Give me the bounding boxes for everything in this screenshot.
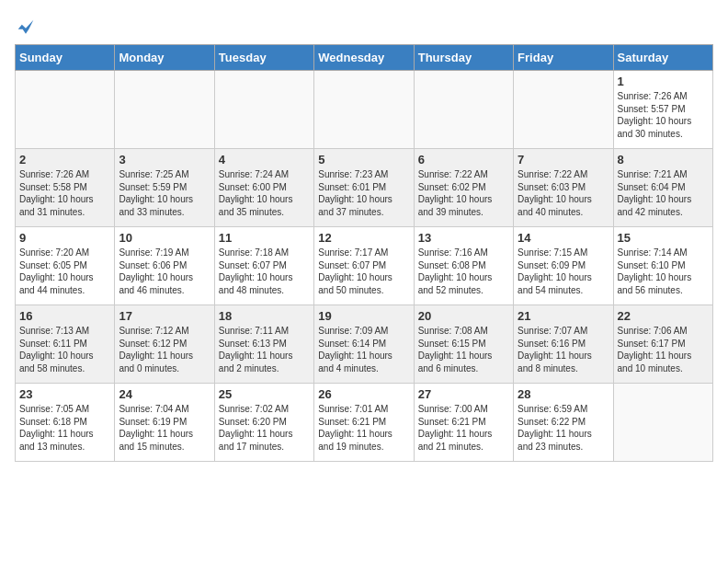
page-header <box>15 15 713 37</box>
day-number: 8 <box>618 153 709 167</box>
day-number: 21 <box>518 309 609 323</box>
calendar-table: SundayMondayTuesdayWednesdayThursdayFrid… <box>15 44 713 462</box>
day-info: Sunrise: 7:25 AM Sunset: 5:59 PM Dayligh… <box>119 168 210 218</box>
day-number: 5 <box>318 153 409 167</box>
day-number: 1 <box>618 75 709 88</box>
calendar-day-cell: 9Sunrise: 7:20 AM Sunset: 6:05 PM Daylig… <box>16 227 115 305</box>
day-number: 9 <box>19 231 110 245</box>
calendar-day-cell: 20Sunrise: 7:08 AM Sunset: 6:15 PM Dayli… <box>414 305 513 384</box>
day-info: Sunrise: 7:01 AM Sunset: 6:21 PM Dayligh… <box>318 403 409 453</box>
calendar-day-cell: 19Sunrise: 7:09 AM Sunset: 6:14 PM Dayli… <box>314 305 414 384</box>
day-number: 15 <box>618 231 709 245</box>
day-info: Sunrise: 7:22 AM Sunset: 6:03 PM Dayligh… <box>518 168 609 218</box>
day-number: 20 <box>418 309 509 323</box>
day-info: Sunrise: 7:19 AM Sunset: 6:06 PM Dayligh… <box>119 247 210 296</box>
day-number: 19 <box>318 309 409 323</box>
calendar-day-cell: 18Sunrise: 7:11 AM Sunset: 6:13 PM Dayli… <box>214 305 313 384</box>
day-info: Sunrise: 7:14 AM Sunset: 6:10 PM Dayligh… <box>618 247 709 296</box>
day-info: Sunrise: 7:12 AM Sunset: 6:12 PM Dayligh… <box>119 325 210 374</box>
calendar-day-cell: 23Sunrise: 7:05 AM Sunset: 6:18 PM Dayli… <box>16 384 115 462</box>
calendar-day-cell: 4Sunrise: 7:24 AM Sunset: 6:00 PM Daylig… <box>214 149 313 227</box>
calendar-day-cell: 7Sunrise: 7:22 AM Sunset: 6:03 PM Daylig… <box>514 149 613 227</box>
column-header-saturday: Saturday <box>613 45 712 71</box>
calendar-day-cell: 8Sunrise: 7:21 AM Sunset: 6:04 PM Daylig… <box>613 149 712 227</box>
day-info: Sunrise: 7:26 AM Sunset: 5:58 PM Dayligh… <box>19 168 110 218</box>
calendar-day-cell <box>514 71 613 149</box>
calendar-week-row: 16Sunrise: 7:13 AM Sunset: 6:11 PM Dayli… <box>16 305 713 384</box>
calendar-day-cell <box>115 71 214 149</box>
day-info: Sunrise: 7:16 AM Sunset: 6:08 PM Dayligh… <box>418 247 509 296</box>
calendar-day-cell: 10Sunrise: 7:19 AM Sunset: 6:06 PM Dayli… <box>115 227 214 305</box>
calendar-day-cell: 11Sunrise: 7:18 AM Sunset: 6:07 PM Dayli… <box>214 227 313 305</box>
calendar-week-row: 9Sunrise: 7:20 AM Sunset: 6:05 PM Daylig… <box>16 227 713 305</box>
day-number: 6 <box>418 153 509 167</box>
column-header-wednesday: Wednesday <box>314 45 414 71</box>
column-header-tuesday: Tuesday <box>214 45 313 71</box>
day-number: 3 <box>119 153 210 167</box>
day-number: 10 <box>119 231 210 245</box>
day-number: 25 <box>219 387 310 401</box>
day-number: 2 <box>19 153 110 167</box>
day-info: Sunrise: 7:20 AM Sunset: 6:05 PM Dayligh… <box>19 247 110 296</box>
day-number: 11 <box>219 231 310 245</box>
day-number: 17 <box>119 309 210 323</box>
calendar-day-cell: 12Sunrise: 7:17 AM Sunset: 6:07 PM Dayli… <box>314 227 414 305</box>
day-number: 27 <box>418 387 509 401</box>
day-number: 16 <box>19 309 110 323</box>
column-header-sunday: Sunday <box>16 45 115 71</box>
calendar-day-cell: 21Sunrise: 7:07 AM Sunset: 6:16 PM Dayli… <box>514 305 613 384</box>
calendar-day-cell <box>414 71 513 149</box>
day-info: Sunrise: 7:15 AM Sunset: 6:09 PM Dayligh… <box>518 247 609 296</box>
calendar-day-cell: 28Sunrise: 6:59 AM Sunset: 6:22 PM Dayli… <box>514 384 613 462</box>
calendar-day-cell: 3Sunrise: 7:25 AM Sunset: 5:59 PM Daylig… <box>115 149 214 227</box>
day-info: Sunrise: 7:07 AM Sunset: 6:16 PM Dayligh… <box>518 325 609 374</box>
day-number: 12 <box>318 231 409 245</box>
calendar-day-cell: 27Sunrise: 7:00 AM Sunset: 6:21 PM Dayli… <box>414 384 513 462</box>
calendar-day-cell: 1Sunrise: 7:26 AM Sunset: 5:57 PM Daylig… <box>613 71 712 149</box>
day-number: 14 <box>518 231 609 245</box>
calendar-day-cell: 6Sunrise: 7:22 AM Sunset: 6:02 PM Daylig… <box>414 149 513 227</box>
calendar-day-cell: 17Sunrise: 7:12 AM Sunset: 6:12 PM Dayli… <box>115 305 214 384</box>
calendar-week-row: 2Sunrise: 7:26 AM Sunset: 5:58 PM Daylig… <box>16 149 713 227</box>
day-info: Sunrise: 7:21 AM Sunset: 6:04 PM Dayligh… <box>618 168 709 218</box>
day-number: 4 <box>219 153 310 167</box>
calendar-day-cell: 25Sunrise: 7:02 AM Sunset: 6:20 PM Dayli… <box>214 384 313 462</box>
day-info: Sunrise: 7:17 AM Sunset: 6:07 PM Dayligh… <box>318 247 409 296</box>
calendar-day-cell: 14Sunrise: 7:15 AM Sunset: 6:09 PM Dayli… <box>514 227 613 305</box>
calendar-day-cell <box>16 71 115 149</box>
calendar-header-row: SundayMondayTuesdayWednesdayThursdayFrid… <box>16 45 713 71</box>
day-info: Sunrise: 7:26 AM Sunset: 5:57 PM Dayligh… <box>618 90 709 140</box>
column-header-monday: Monday <box>115 45 214 71</box>
day-info: Sunrise: 7:00 AM Sunset: 6:21 PM Dayligh… <box>418 403 509 453</box>
day-info: Sunrise: 7:18 AM Sunset: 6:07 PM Dayligh… <box>219 247 310 296</box>
calendar-day-cell <box>314 71 414 149</box>
day-number: 18 <box>219 309 310 323</box>
calendar-week-row: 23Sunrise: 7:05 AM Sunset: 6:18 PM Dayli… <box>16 384 713 462</box>
day-info: Sunrise: 7:13 AM Sunset: 6:11 PM Dayligh… <box>19 325 110 374</box>
calendar-day-cell: 13Sunrise: 7:16 AM Sunset: 6:08 PM Dayli… <box>414 227 513 305</box>
calendar-day-cell: 24Sunrise: 7:04 AM Sunset: 6:19 PM Dayli… <box>115 384 214 462</box>
logo <box>15 18 35 37</box>
column-header-thursday: Thursday <box>414 45 513 71</box>
logo-bird-icon <box>17 18 35 37</box>
calendar-day-cell <box>613 384 712 462</box>
day-info: Sunrise: 7:02 AM Sunset: 6:20 PM Dayligh… <box>219 403 310 453</box>
day-info: Sunrise: 7:23 AM Sunset: 6:01 PM Dayligh… <box>318 168 409 218</box>
day-info: Sunrise: 7:04 AM Sunset: 6:19 PM Dayligh… <box>119 403 210 453</box>
calendar-day-cell: 2Sunrise: 7:26 AM Sunset: 5:58 PM Daylig… <box>16 149 115 227</box>
day-number: 24 <box>119 387 210 401</box>
day-info: Sunrise: 7:08 AM Sunset: 6:15 PM Dayligh… <box>418 325 509 374</box>
day-info: Sunrise: 7:06 AM Sunset: 6:17 PM Dayligh… <box>618 325 709 374</box>
day-number: 7 <box>518 153 609 167</box>
column-header-friday: Friday <box>514 45 613 71</box>
calendar-day-cell: 15Sunrise: 7:14 AM Sunset: 6:10 PM Dayli… <box>613 227 712 305</box>
day-number: 13 <box>418 231 509 245</box>
day-info: Sunrise: 7:24 AM Sunset: 6:00 PM Dayligh… <box>219 168 310 218</box>
calendar-week-row: 1Sunrise: 7:26 AM Sunset: 5:57 PM Daylig… <box>16 71 713 149</box>
day-info: Sunrise: 6:59 AM Sunset: 6:22 PM Dayligh… <box>518 403 609 453</box>
day-number: 26 <box>318 387 409 401</box>
day-info: Sunrise: 7:05 AM Sunset: 6:18 PM Dayligh… <box>19 403 110 453</box>
calendar-day-cell: 16Sunrise: 7:13 AM Sunset: 6:11 PM Dayli… <box>16 305 115 384</box>
day-info: Sunrise: 7:22 AM Sunset: 6:02 PM Dayligh… <box>418 168 509 218</box>
day-number: 23 <box>19 387 110 401</box>
